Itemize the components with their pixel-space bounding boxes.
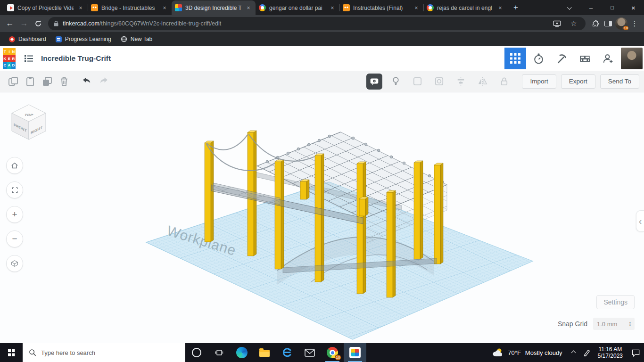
taskbar-app-file-explorer[interactable] — [253, 343, 276, 362]
taskbar-app-chrome[interactable]: 10 — [321, 343, 344, 362]
notes-eye-icon — [369, 76, 380, 87]
reload-icon — [34, 20, 42, 27]
home-icon — [10, 161, 19, 170]
browser-tab-5[interactable]: Instructables (Final) × — [339, 0, 423, 15]
tinkercad-app-icon — [349, 347, 361, 358]
bookmarks-bar: Dashboard Progress Learning New Tab — [0, 32, 644, 46]
redo-button[interactable] — [95, 73, 112, 90]
home-view-button[interactable] — [6, 157, 23, 174]
tab-search-button[interactable] — [559, 0, 580, 15]
invite-collaborator-button[interactable] — [596, 46, 619, 71]
browser-menu-button[interactable]: ⋮ — [628, 17, 641, 30]
tinkercad-logo[interactable]: T I N K E R C A D — [3, 48, 16, 69]
tray-expand-button[interactable] — [567, 343, 580, 362]
taskbar-app-edge[interactable] — [231, 343, 253, 362]
copy-button[interactable] — [5, 73, 22, 90]
import-button[interactable]: Import — [522, 74, 556, 89]
bookmark-new-tab[interactable]: New Tab — [116, 34, 157, 44]
start-button[interactable] — [0, 343, 23, 362]
mirror-button[interactable] — [474, 73, 491, 90]
design-menu-icon[interactable] — [23, 53, 34, 64]
logo-tile: E — [7, 55, 11, 62]
taskbar-app-edge-legacy[interactable] — [276, 343, 298, 362]
reload-button[interactable] — [31, 16, 45, 31]
install-app-icon — [553, 20, 561, 27]
shapes-panel-collapse-button[interactable]: ‹ — [636, 210, 644, 232]
browser-tab-3-active[interactable]: 3D design Incredible T × — [172, 0, 256, 15]
view-cube[interactable]: TOP FRONT RIGHT — [8, 103, 49, 143]
weather-desc: Mostly cloudy — [525, 349, 562, 356]
fit-view-button[interactable] — [6, 181, 23, 198]
snap-grid-select[interactable]: 1.0 mm ▴▾ — [593, 318, 635, 330]
tab-close-icon[interactable]: × — [77, 4, 84, 12]
action-center-button[interactable] — [627, 343, 644, 362]
bricks-icon — [578, 52, 591, 65]
minecraft-button[interactable] — [550, 46, 573, 71]
forward-button[interactable]: → — [17, 16, 31, 31]
browser-tab-2[interactable]: Bridge - Instructables × — [88, 0, 172, 15]
task-view-button[interactable] — [208, 343, 231, 362]
editor-toolbar: Import Export Send To — [0, 71, 644, 92]
taskbar-search[interactable]: Type here to search — [23, 343, 185, 362]
paste-button[interactable] — [22, 73, 39, 90]
lock-button[interactable] — [495, 73, 512, 90]
send-to-button[interactable]: Send To — [600, 74, 639, 89]
back-button[interactable]: ← — [3, 16, 17, 31]
taskbar-clock[interactable]: 11:16 AM 5/17/2023 — [594, 346, 627, 359]
dashboard-grid-button[interactable] — [504, 48, 526, 69]
user-avatar[interactable] — [621, 48, 643, 69]
close-window-button[interactable]: × — [623, 0, 644, 15]
align-button[interactable] — [452, 73, 469, 90]
cortana-button[interactable] — [185, 343, 208, 362]
solid-shape-button[interactable] — [409, 73, 426, 90]
taskbar-app-tinkercad[interactable] — [344, 343, 366, 362]
perspective-toggle-button[interactable] — [6, 255, 23, 272]
windows-ink-button[interactable] — [580, 343, 594, 362]
tab-close-icon[interactable]: × — [245, 4, 252, 12]
install-app-button[interactable] — [550, 17, 563, 30]
person-add-icon — [602, 52, 614, 65]
avatar: 10 — [615, 17, 627, 30]
settings-button[interactable]: Settings — [596, 295, 635, 309]
duplicate-button[interactable] — [39, 73, 56, 90]
tab-close-icon[interactable]: × — [329, 4, 336, 12]
search-placeholder: Type here to search — [41, 349, 95, 356]
extensions-button[interactable] — [588, 17, 602, 30]
show-all-button[interactable] — [387, 73, 404, 90]
browser-tab-6[interactable]: rejas de carcel in engl × — [423, 0, 507, 15]
maximize-button[interactable]: □ — [602, 0, 623, 15]
tab-close-icon[interactable]: × — [413, 4, 420, 12]
new-tab-button[interactable]: + — [509, 1, 522, 14]
zoom-out-button[interactable]: − — [6, 230, 23, 247]
minimize-button[interactable]: – — [580, 0, 602, 15]
tab-close-icon[interactable]: × — [161, 4, 168, 12]
bookmark-star-button[interactable]: ☆ — [567, 17, 580, 30]
tab-title: Copy of Projectile Vide — [17, 5, 74, 11]
hole-shape-button[interactable] — [430, 73, 447, 90]
side-panel-icon — [604, 21, 612, 26]
omnibox[interactable]: tinkercad.com/things/60CQ67WnV2c-incredi… — [48, 17, 586, 30]
profile-avatar-button[interactable]: 10 — [615, 17, 628, 30]
delete-button[interactable] — [56, 73, 73, 90]
browser-tab-4[interactable]: gengar one dollar pai × — [256, 0, 339, 15]
taskbar-weather[interactable]: 70°F Mostly cloudy — [487, 347, 567, 358]
bookmark-label: New Tab — [131, 36, 152, 42]
3d-scene-canvas[interactable]: Workplane — [0, 92, 644, 343]
notes-toggle-button[interactable] — [366, 74, 382, 90]
sim-lab-button[interactable] — [527, 46, 550, 71]
bookmark-progress-learning[interactable]: Progress Learning — [51, 34, 116, 44]
bookmark-dashboard[interactable]: Dashboard — [5, 34, 50, 44]
paste-icon — [24, 75, 36, 88]
taskbar-app-mail[interactable] — [298, 343, 321, 362]
tab-strip: Copy of Projectile Vide × Bridge - Instr… — [0, 0, 522, 15]
design-title[interactable]: Incredible Trug-Crift — [41, 54, 504, 63]
zoom-in-button[interactable]: + — [6, 206, 23, 223]
export-button[interactable]: Export — [561, 74, 595, 89]
side-panel-button[interactable] — [602, 17, 615, 30]
browser-tab-1[interactable]: Copy of Projectile Vide × — [4, 0, 88, 15]
design-viewport: Workplane — [0, 92, 644, 343]
bricks-button[interactable] — [573, 46, 596, 71]
tab-close-icon[interactable]: × — [496, 4, 504, 12]
url-domain: tinkercad.com — [63, 20, 99, 27]
undo-button[interactable] — [78, 73, 95, 90]
